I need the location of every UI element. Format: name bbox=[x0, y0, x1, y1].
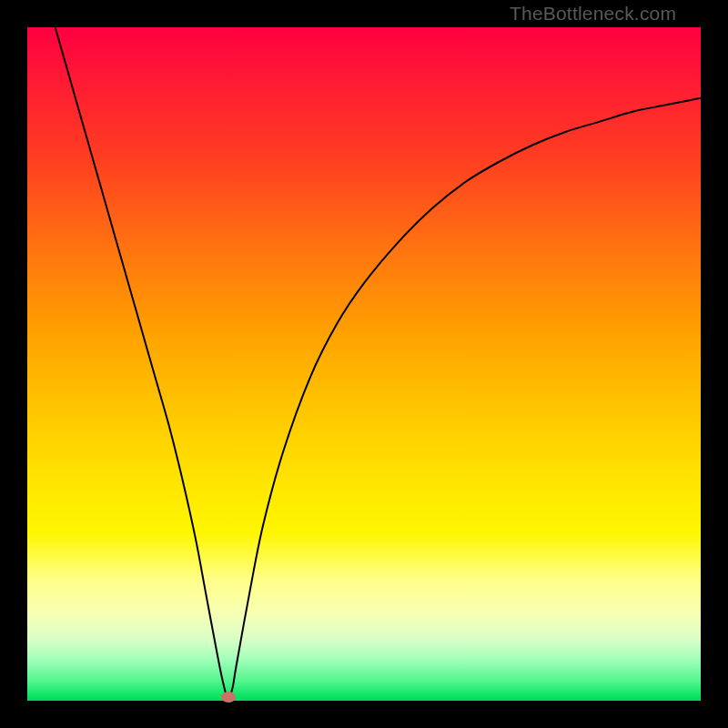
plot-area bbox=[27, 27, 701, 701]
watermark-text: TheBottleneck.com bbox=[510, 3, 676, 25]
chart-frame bbox=[27, 27, 701, 701]
optimum-marker bbox=[221, 692, 236, 703]
gradient-background bbox=[27, 27, 701, 701]
